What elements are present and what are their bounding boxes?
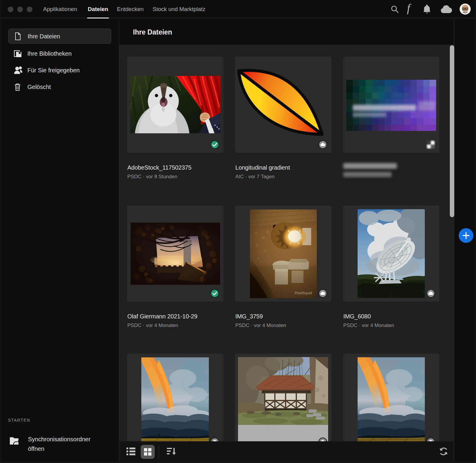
svg-text:PixelSquid: PixelSquid	[295, 291, 312, 295]
